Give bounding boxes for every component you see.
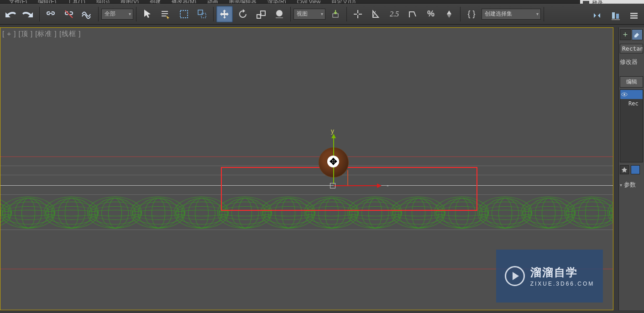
eye-icon [621,91,628,98]
angle-snap-button[interactable] [368,6,384,22]
create-tab[interactable]: + [620,29,631,40]
named-selection-set-button[interactable]: { } [463,6,480,22]
menu-animation[interactable]: 动画 [207,0,218,4]
pin-stack-button[interactable] [620,165,629,174]
x-axis-dash: - [387,182,389,189]
watermark-subtitle: ZIXUE.3D66.COM [530,281,595,287]
stack-item-selected[interactable] [620,90,643,99]
watermark-title: 溜溜自学 [530,265,595,280]
scale-button[interactable] [253,6,269,22]
move-button[interactable] [216,6,233,22]
svg-rect-10 [612,12,615,19]
reference-coord-dropdown[interactable]: 视图 [293,9,325,20]
svg-rect-4 [198,10,203,15]
object-name-field[interactable]: Rectan [620,44,643,53]
window-crossing-button[interactable] [194,6,210,22]
undo-button[interactable] [2,6,18,22]
menu-file[interactable]: 文件(F) [9,0,27,4]
svg-point-8 [276,10,283,16]
use-center-button[interactable] [327,6,344,22]
viewport-label[interactable]: [ + ] [顶 ] [标准 ] [线框 ] [2,30,81,38]
svg-rect-7 [261,11,265,16]
svg-rect-13 [630,15,638,16]
rollup-title: 参数 [624,181,636,189]
svg-rect-12 [630,13,638,14]
menu-civil[interactable]: Civil View [297,0,321,4]
svg-rect-3 [180,10,188,18]
menu-edit[interactable]: 编辑(E) [38,0,56,4]
watermark: 溜溜自学 ZIXUE.3D66.COM [496,250,603,303]
rotate-button[interactable] [235,6,251,22]
selection-set-dropdown[interactable]: 创建选择集 [482,9,541,20]
menu-create[interactable]: 创建 [150,0,161,4]
menu-bar: 文件(F) 编辑(E) 工具(T) 组(G) 视图(V) 创建 修改器(M) 动… [0,0,644,4]
command-panel: + Rectan 修改器 编辑 Rec ▾ 参数 [618,27,644,310]
main-toolbar: 全部 视图 2.5 % { } 创建选择集 [0,4,644,25]
placement-button[interactable] [271,6,288,22]
svg-rect-1 [162,13,168,14]
align-button[interactable] [607,7,624,24]
select-by-name-button[interactable] [157,6,174,22]
svg-rect-11 [616,14,619,19]
bind-spacewarp-button[interactable] [79,6,95,22]
svg-rect-0 [162,11,168,12]
spinner-snap-button[interactable] [404,6,421,22]
modifier-stack[interactable]: Rec [620,89,643,162]
svg-rect-5 [201,13,206,18]
svg-rect-2 [162,16,166,16]
modifier-list-label: 修改器 [620,56,643,68]
move-cursor-icon [327,156,339,167]
unlink-button[interactable] [61,6,77,22]
parameters-rollup[interactable]: ▾ 参数 [620,179,643,191]
percent-icon-button[interactable]: % [423,6,439,22]
percent-snap-label: 2.5 [390,10,399,18]
selection-filter-dropdown[interactable]: 全部 [101,9,133,20]
gizmo-origin[interactable] [330,183,335,188]
modify-tab[interactable] [632,29,643,40]
edit-button[interactable]: 编辑 [620,76,643,88]
link-button[interactable] [42,6,59,22]
menu-grapheditor[interactable]: 图形编辑器 [229,0,257,4]
axis-constraints-button[interactable] [441,6,457,22]
select-object-button[interactable] [139,6,156,22]
menu-group[interactable]: 组(G) [96,0,110,4]
stack-config-button[interactable] [631,165,640,174]
svg-point-16 [623,94,625,95]
menu-custom[interactable]: 自定义(U) [331,0,356,4]
percent-snap-button[interactable]: 2.5 [386,6,403,22]
menu-render[interactable]: 渲染(R) [267,0,286,4]
snap-toggle-button[interactable] [350,6,366,22]
menu-view[interactable]: 视图(V) [120,0,139,4]
mirror-button[interactable] [589,7,606,24]
menu-tools[interactable]: 工具(T) [67,0,85,4]
x-axis-handle[interactable] [334,185,377,186]
redo-button[interactable] [20,6,37,22]
svg-rect-14 [630,17,638,19]
menu-modifiers[interactable]: 修改器(M) [172,0,196,4]
rectangle-selection-button[interactable] [176,6,192,22]
chevron-down-icon: ▾ [620,183,622,188]
plane-handle-v[interactable] [347,170,348,186]
stack-item[interactable]: Rec [620,99,643,108]
play-icon [505,266,525,286]
layers-button[interactable] [626,7,642,24]
selected-rectangle[interactable] [221,167,477,211]
viewport-top[interactable]: [ + ] [顶 ] [标准 ] [线框 ] y - 溜溜自学 ZIXUE.3D… [0,27,613,310]
